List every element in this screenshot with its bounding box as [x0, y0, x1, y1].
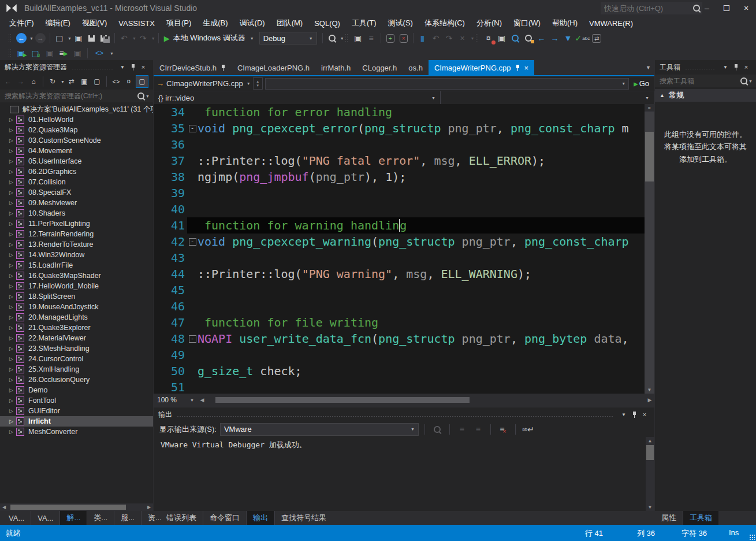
left-panel-tab[interactable]: VA... — [2, 511, 31, 525]
splitter-handle[interactable]: ≡ — [645, 104, 654, 112]
output-scroll-down-icon[interactable]: ▼ — [646, 505, 654, 510]
navigate-back-button[interactable]: ← — [15, 32, 28, 45]
expand-chevron-icon[interactable]: ▷ — [9, 325, 16, 331]
code-line[interactable]: 41 function for warning handling — [154, 217, 645, 234]
nav-file-name[interactable]: CImageWriterPNG.cpp — [166, 79, 243, 88]
document-tab[interactable]: CImageLoaderPNG.h — [232, 60, 315, 75]
fold-collapse-icon[interactable]: - — [189, 335, 196, 343]
project-node[interactable]: ▷01.HelloWorld — [0, 114, 153, 125]
expand-chevron-icon[interactable]: ▷ — [9, 148, 16, 154]
expand-chevron-icon[interactable]: ▷ — [9, 377, 16, 383]
menu-item[interactable]: 帮助(H) — [546, 16, 583, 30]
output-pin-icon[interactable] — [629, 409, 639, 420]
expand-chevron-icon[interactable]: ▷ — [9, 190, 16, 195]
expand-chevron-icon[interactable]: ▷ — [9, 418, 16, 424]
bookmark-dropdown[interactable]: ▼ — [471, 36, 475, 40]
expand-chevron-icon[interactable]: ▷ — [9, 262, 16, 268]
solution-search-input[interactable] — [3, 91, 137, 101]
va-member-combo[interactable]: ▼ — [265, 78, 630, 90]
expand-chevron-icon[interactable]: ▷ — [9, 169, 16, 175]
toggle-word-wrap-button[interactable]: ab↵ — [522, 423, 534, 436]
close-panel-icon[interactable]: × — [138, 62, 148, 72]
va-go-button[interactable]: ▸ Go — [631, 79, 651, 89]
document-tab[interactable]: os.h — [403, 60, 429, 75]
navigate-back-dropdown[interactable]: ▼ — [29, 36, 33, 40]
previous-bookmark-button[interactable]: ↶ — [430, 32, 442, 45]
open-file-button[interactable]: ▣ — [72, 32, 85, 45]
document-tab[interactable]: CLogger.h — [356, 60, 403, 75]
next-message-button[interactable]: ≡ — [472, 423, 485, 436]
se-home-button[interactable]: ⌂ — [28, 76, 39, 87]
project-node[interactable]: ▷07.Collision — [0, 177, 153, 187]
expand-chevron-icon[interactable]: ▷ — [9, 158, 16, 164]
va-navigate-back-button[interactable]: ← — [535, 32, 548, 45]
remove-comment-button[interactable]: × — [397, 32, 410, 45]
editor-hscroll-thumb[interactable] — [215, 397, 470, 403]
save-button[interactable] — [85, 32, 98, 45]
toolbox-search-dropdown[interactable]: ▼ — [748, 79, 753, 83]
editor-hscroll-track[interactable] — [207, 397, 645, 403]
expand-chevron-icon[interactable]: ▷ — [9, 346, 16, 351]
se-collapse-all-button[interactable]: ▣ — [79, 76, 90, 87]
code-editor[interactable]: 34 function for error handling35-void pn… — [154, 104, 654, 394]
scroll-right-icon[interactable]: ▶ — [145, 505, 153, 510]
next-bookmark-button[interactable]: ↷ — [443, 32, 456, 45]
undo-dropdown[interactable]: ▼ — [132, 36, 136, 40]
document-tab[interactable]: irrMath.h — [315, 60, 356, 75]
expand-chevron-icon[interactable]: ▷ — [9, 221, 16, 227]
open-containing-folder-button[interactable]: ▣ — [496, 32, 508, 45]
output-header[interactable]: 输出 ▼ × — [154, 407, 654, 421]
scope-combo[interactable]: {} irr::video ▼ — [154, 91, 441, 104]
solution-horizontal-scrollbar[interactable]: ◀ ▶ — [0, 503, 153, 511]
right-panel-tab[interactable]: 工具箱 — [683, 511, 718, 525]
code-line[interactable]: 50g_size_t check; — [154, 363, 645, 379]
batch-build-button[interactable]: ▣ — [71, 47, 84, 60]
scroll-track[interactable] — [8, 505, 145, 510]
expand-chevron-icon[interactable]: ▷ — [9, 200, 16, 206]
code-line[interactable]: 48-NGAPI user_write_data_fcn(png_structp… — [154, 331, 645, 347]
code-line[interactable]: 46 — [154, 298, 645, 314]
menu-item[interactable]: 团队(M) — [271, 16, 309, 30]
redo-dropdown[interactable]: ▼ — [151, 36, 155, 40]
minimize-button[interactable]: – — [697, 0, 717, 16]
output-vertical-scrollbar[interactable]: ▲ ▼ — [646, 437, 654, 511]
tab-overflow-dropdown-icon[interactable]: ▼ — [646, 65, 651, 71]
code-line[interactable]: 34 function for error handling — [154, 104, 645, 120]
snippets-dropdown[interactable]: ▼ — [110, 51, 114, 55]
tab-pin-icon[interactable] — [515, 65, 520, 71]
expand-chevron-icon[interactable]: ▷ — [9, 252, 16, 258]
va-find-references-button[interactable] — [509, 32, 522, 45]
editor-scroll-left-icon[interactable]: ◀ — [198, 397, 207, 403]
project-node[interactable]: ▷10.Shaders — [0, 208, 153, 218]
editor-vscroll-thumb[interactable] — [645, 132, 654, 181]
expand-chevron-icon[interactable]: ▷ — [9, 398, 16, 403]
va-paste-history-button[interactable]: ▼ — [562, 32, 575, 45]
menu-item[interactable]: 视图(V) — [76, 16, 113, 30]
project-node[interactable]: ▷MeshConverter — [0, 427, 153, 437]
nav-file-dropdown[interactable]: ▼ — [247, 81, 251, 86]
tab-pin-icon[interactable] — [221, 65, 226, 71]
project-node[interactable]: ▷15.LoadIrrFile — [0, 260, 153, 270]
code-line[interactable]: 47 function for file writing — [154, 314, 645, 331]
solution-search-dropdown[interactable]: ▼ — [146, 94, 150, 98]
redo-button[interactable]: ↷ — [137, 32, 150, 45]
solution-search-box[interactable]: ▼ — [0, 90, 153, 102]
project-node[interactable]: ▷04.Movement — [0, 146, 153, 156]
expand-chevron-icon[interactable]: ▷ — [9, 283, 16, 289]
expand-chevron-icon[interactable]: ▷ — [9, 304, 16, 310]
quick-launch-input[interactable] — [603, 3, 693, 13]
code-line[interactable]: 42-void png_cpexcept_warning(png_structp… — [154, 234, 645, 250]
pin-icon[interactable] — [128, 62, 138, 72]
tab-close-icon[interactable]: × — [524, 64, 529, 72]
clear-all-output-button[interactable]: ≡× — [497, 423, 509, 436]
bottom-panel-tab[interactable]: 错误列表 — [160, 511, 203, 525]
code-line[interactable]: 51 — [154, 379, 645, 394]
project-node[interactable]: ▷03.CustomSceneNode — [0, 135, 153, 146]
project-node[interactable]: ▷09.Meshviewer — [0, 198, 153, 208]
save-all-button[interactable] — [99, 32, 111, 45]
menu-item[interactable]: 工具(T) — [346, 16, 382, 30]
new-file-button[interactable]: ▢ — [53, 32, 66, 45]
build-and-run-button[interactable]: ▣▶ — [16, 47, 28, 60]
output-vscroll-thumb[interactable] — [646, 445, 654, 460]
expand-chevron-icon[interactable]: ▷ — [9, 366, 16, 372]
